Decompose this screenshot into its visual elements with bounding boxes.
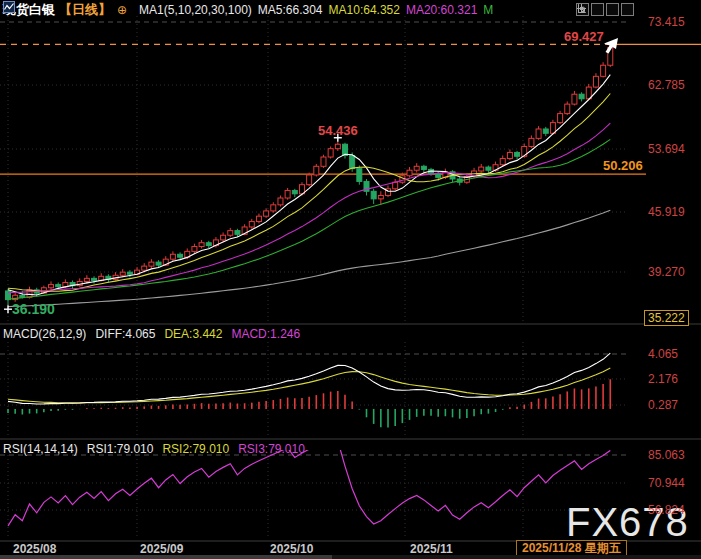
macd-macd-value: MACD:1.246 [231,327,300,341]
date-axis-tick: 2025/09 [140,542,183,556]
ma20-value: MA20:60.321 [406,3,477,17]
ma30-value-partial: M [483,3,493,17]
macd-axis-tick: 2.176 [648,372,678,386]
macd-layer [8,353,610,427]
price-axis-tick: 45.919 [648,205,685,219]
date-axis-tick: 2025/10 [270,542,313,556]
low-price-callout: 36.190 [12,301,55,317]
price-axis-tick: 73.415 [648,15,685,29]
scrollbar-thumb[interactable] [0,555,332,559]
add-indicator-icon[interactable]: ⊕ [117,4,127,16]
chart-canvas[interactable] [0,0,701,559]
high-price-callout: 69.427 [564,29,604,44]
period-label: 【日线】 [59,1,111,19]
rsi-axis-tick: 85.063 [648,448,685,462]
macd-diff-value: DIFF:4.065 [95,327,155,341]
macd-title: MACD(26,12,9) [3,327,86,341]
price-axis-min-boxed: 35.222 [644,310,689,326]
macd-axis-tick: 0.287 [648,398,678,412]
peak-price-callout: 54.436 [318,123,358,138]
rsi2-value: RSI2:79.010 [162,442,229,456]
rsi1-value: RSI1:79.010 [87,442,154,456]
price-axis-tick: 39.270 [648,265,685,279]
rsi3-value: RSI3:79.010 [238,442,305,456]
date-axis-tick: 2025/11 [410,542,453,556]
rsi-header: RSI(14,14,14) RSI1:79.010 RSI2:79.010 RS… [3,442,305,456]
price-axis-tick: 62.785 [648,78,685,92]
rsi-axis-tick: 56.824 [648,503,685,517]
scale-y-axis-icon[interactable] [591,3,604,16]
ma5-value: MA5:66.304 [258,3,323,17]
chart-toolbar [576,3,634,16]
rsi-title: RSI(14,14,14) [3,442,78,456]
horizontal-scrollbar[interactable] [0,555,701,559]
go-to-latest-icon[interactable] [621,3,634,16]
macd-dea-value: DEA:3.442 [164,327,222,341]
rsi-axis-tick: 70.944 [648,476,685,490]
price-axis-tick: 53.694 [648,142,685,156]
support-line-label: 50.206 [603,158,643,173]
macd-axis-tick: 4.065 [648,347,678,361]
date-axis-tick: 2025/08 [13,542,56,556]
ma10-value: MA10:64.352 [329,3,400,17]
chart-header: 现货白银 【日线】 ⊕ MA1(5,10,20,30,100) MA5:66.3… [3,1,493,19]
chart-window: 现货白银 【日线】 ⊕ MA1(5,10,20,30,100) MA5:66.3… [0,0,701,559]
gridline-layer [0,16,701,541]
scale-x-axis-icon[interactable] [606,3,619,16]
macd-header: MACD(26,12,9) DIFF:4.065 DEA:3.442 MACD:… [3,327,300,341]
ma-settings-label: MA1(5,10,20,30,100) [139,3,252,17]
ma-line-layer [8,75,610,307]
